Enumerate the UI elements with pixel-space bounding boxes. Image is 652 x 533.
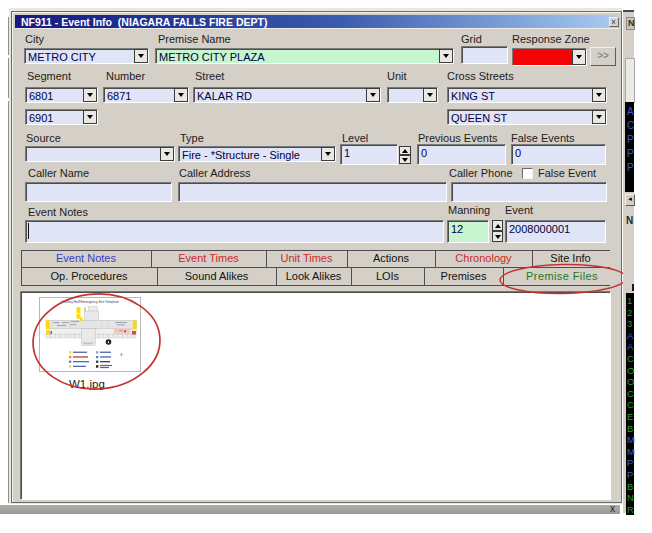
svg-text:Country Hall Emergency Exit Te: Country Hall Emergency Exit Template	[61, 300, 119, 304]
